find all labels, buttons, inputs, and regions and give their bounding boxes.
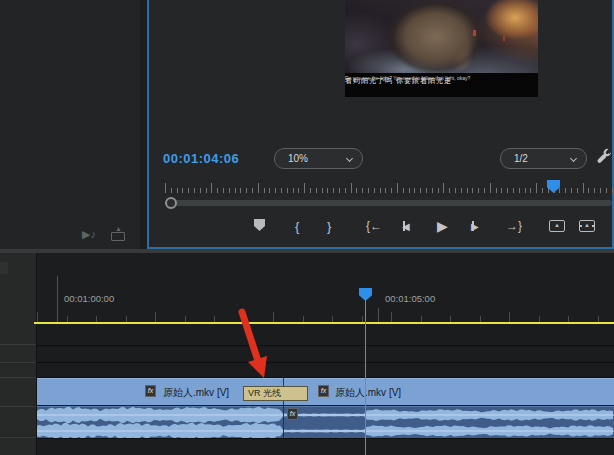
tick bbox=[362, 188, 363, 193]
panel-focus-border bbox=[147, 0, 149, 249]
tick bbox=[571, 188, 572, 193]
tick bbox=[322, 188, 323, 193]
playback-resolution-value: 1/2 bbox=[514, 153, 528, 164]
tick bbox=[188, 188, 189, 193]
tick bbox=[461, 188, 462, 193]
tick bbox=[484, 188, 485, 193]
tick bbox=[304, 183, 305, 193]
tick bbox=[345, 188, 346, 193]
edit-point[interactable] bbox=[283, 406, 284, 438]
tick bbox=[177, 188, 178, 193]
tick bbox=[409, 188, 410, 193]
tick bbox=[275, 188, 276, 193]
step-forward-icon[interactable]: ▶ bbox=[471, 218, 479, 234]
playhead-timecode[interactable]: 00:01:04:06 bbox=[163, 151, 239, 166]
tick bbox=[269, 188, 270, 193]
mark-out-icon[interactable]: } bbox=[327, 218, 331, 234]
tick bbox=[414, 188, 415, 193]
lift-icon[interactable]: ▲ bbox=[549, 220, 565, 232]
tick bbox=[583, 183, 584, 193]
tick bbox=[298, 188, 299, 193]
export-arrow-icon: ▲ bbox=[115, 225, 122, 232]
export-icon[interactable] bbox=[111, 232, 125, 241]
tick bbox=[391, 312, 392, 322]
tick bbox=[588, 188, 589, 193]
extract-icon[interactable]: ▲ bbox=[579, 220, 595, 232]
tick bbox=[287, 188, 288, 193]
track-separator bbox=[36, 438, 614, 439]
tick bbox=[432, 188, 433, 193]
tick bbox=[252, 188, 253, 193]
tick bbox=[293, 188, 294, 193]
tick bbox=[490, 183, 491, 193]
tick bbox=[519, 188, 520, 193]
video-preview[interactable]: 看到阳光了吗 你要跟着阳光走 Do you see the light? You… bbox=[345, 0, 538, 97]
zoom-level-select[interactable]: 10% bbox=[274, 148, 363, 169]
tick bbox=[536, 183, 537, 193]
tick bbox=[356, 188, 357, 193]
tick bbox=[374, 188, 375, 193]
go-to-in-icon[interactable]: {← bbox=[366, 218, 382, 234]
chevron-down-icon bbox=[570, 155, 577, 162]
tick bbox=[472, 188, 473, 193]
track-separator bbox=[0, 377, 36, 378]
tick bbox=[171, 188, 172, 193]
track-separator bbox=[0, 344, 36, 345]
tick bbox=[281, 188, 282, 193]
tick bbox=[316, 188, 317, 193]
chevron-down-icon bbox=[346, 155, 353, 162]
audio-clip-track-a1[interactable]: fx bbox=[37, 406, 614, 438]
ruler-label: 00:01:00:00 bbox=[64, 293, 114, 304]
monitor-scrollbar[interactable] bbox=[166, 200, 612, 206]
tick bbox=[310, 188, 311, 193]
tick bbox=[155, 312, 156, 322]
tick bbox=[211, 183, 212, 193]
tick bbox=[565, 188, 566, 193]
tick bbox=[420, 188, 421, 193]
tick bbox=[594, 188, 595, 193]
clip-label: 原始人.mkv [V] bbox=[335, 386, 401, 400]
tick bbox=[368, 188, 369, 193]
monitor-zoom-handle[interactable] bbox=[165, 197, 177, 209]
tick bbox=[403, 188, 404, 193]
ruler-label: 00:01:05:00 bbox=[385, 293, 435, 304]
tick bbox=[426, 188, 427, 193]
step-back-icon[interactable]: ◀ bbox=[402, 218, 410, 234]
flag-speck bbox=[473, 30, 476, 36]
tick bbox=[449, 188, 450, 193]
video-clip-track-v1[interactable]: fx 原始人.mkv [V] fx 原始人.mkv [V] bbox=[37, 378, 614, 405]
play-icon[interactable]: ▶ bbox=[437, 218, 448, 234]
play-audio-icon[interactable]: ▶♪ bbox=[82, 228, 96, 241]
tick bbox=[612, 188, 613, 193]
tick bbox=[182, 188, 183, 193]
left-panel bbox=[0, 0, 147, 249]
track-separator bbox=[0, 362, 36, 363]
mark-in-icon[interactable]: { bbox=[295, 218, 299, 234]
track-separator bbox=[36, 362, 614, 363]
playback-resolution-select[interactable]: 1/2 bbox=[500, 148, 587, 169]
tick bbox=[443, 183, 444, 193]
monitor-ruler[interactable] bbox=[165, 181, 612, 193]
tick bbox=[478, 188, 479, 193]
tick bbox=[206, 188, 207, 193]
track-separator bbox=[0, 406, 36, 407]
annotation-arrow bbox=[228, 306, 288, 386]
go-to-out-icon[interactable]: →} bbox=[506, 218, 522, 234]
fx-badge: fx bbox=[318, 385, 329, 397]
tick bbox=[385, 188, 386, 193]
timeline-playhead-line[interactable] bbox=[365, 300, 366, 455]
tick bbox=[380, 188, 381, 193]
tick bbox=[542, 188, 543, 193]
effect-tooltip: VR 光线 bbox=[243, 386, 308, 401]
tick bbox=[501, 188, 502, 193]
tick bbox=[509, 312, 510, 322]
tick bbox=[467, 188, 468, 193]
tick bbox=[333, 188, 334, 193]
tick bbox=[200, 188, 201, 193]
premiere-workspace: ▶♪ ▲ 看到阳光了吗 你要跟着阳光走 Do you see the light… bbox=[0, 0, 614, 455]
subtitle-band: 看到阳光了吗 你要跟着阳光走 Do you see the light? You… bbox=[345, 73, 538, 97]
tick bbox=[351, 183, 352, 193]
tick bbox=[606, 188, 607, 193]
timecode-box-sliver bbox=[0, 262, 8, 274]
tick bbox=[530, 188, 531, 193]
